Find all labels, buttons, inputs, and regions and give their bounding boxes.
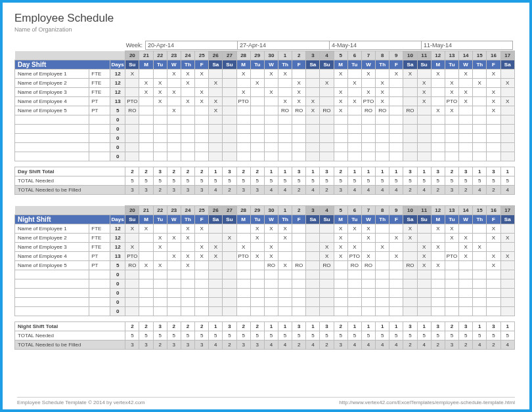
- schedule-cell: [361, 243, 375, 252]
- employee-days: 0: [110, 152, 125, 161]
- schedule-cell: X: [487, 234, 500, 243]
- schedule-cell: [278, 243, 292, 252]
- schedule-cell: X: [167, 252, 181, 261]
- summary-cell: 1: [500, 167, 515, 176]
- empty-row: 0: [15, 289, 515, 298]
- schedule-cell: RO: [403, 261, 417, 270]
- employee-name: Name of Employee 5: [15, 261, 89, 270]
- employee-row: Name of Employee 3FTE12XXXXXXXXXXXXXX: [15, 243, 515, 252]
- schedule-cell: [459, 106, 473, 115]
- employee-type: FTE: [89, 224, 110, 234]
- day-number-cell: 30: [264, 51, 278, 60]
- empty-row: 0: [15, 298, 515, 307]
- dow-cell: M: [236, 60, 250, 70]
- dow-cell: Tu: [347, 60, 361, 70]
- day-number-cell: 11: [417, 206, 431, 215]
- schedule-cell: X: [250, 234, 264, 243]
- summary-cell: 3: [320, 167, 334, 176]
- schedule-cell: X: [431, 106, 445, 115]
- summary-cell: 2: [431, 340, 445, 350]
- schedule-cell: X: [209, 79, 223, 88]
- schedule-cell: X: [459, 88, 473, 97]
- summary-cell: 5: [431, 176, 445, 186]
- schedule-cell: X: [292, 88, 306, 97]
- day-number-cell: 24: [181, 206, 194, 215]
- employee-days: 12: [110, 243, 125, 252]
- summary-label: TOTAL Needed to be Filled: [15, 340, 125, 350]
- summary-cell: 3: [403, 167, 417, 176]
- summary-cell: 4: [389, 186, 403, 195]
- employee-days: 0: [110, 279, 125, 289]
- schedule-cell: [417, 224, 431, 234]
- schedule-cell: X: [181, 97, 194, 106]
- schedule-cell: [264, 97, 278, 106]
- dow-cell: Sa: [500, 215, 515, 224]
- schedule-cell: X: [389, 234, 403, 243]
- summary-label: TOTAL Needed: [15, 176, 125, 186]
- schedule-cell: X: [417, 243, 431, 252]
- schedule-cell: [473, 261, 487, 270]
- employee-days: 0: [110, 143, 125, 152]
- employee-row: Name of Employee 3FTE12XXXXXXXXXXXXXX: [15, 88, 515, 97]
- schedule-cell: [389, 97, 403, 106]
- summary-cell: 5: [209, 331, 223, 340]
- summary-cell: 1: [347, 167, 361, 176]
- schedule-cell: X: [347, 224, 361, 234]
- summary-cell: 1: [347, 322, 361, 331]
- employee-row: Name of Employee 4PT13PTOXXXXPTOXXXXXPTO…: [15, 97, 515, 106]
- employee-type: FTE: [89, 79, 110, 88]
- schedule-cell: X: [334, 224, 347, 234]
- summary-cell: 5: [320, 176, 334, 186]
- employee-days: 5: [110, 261, 125, 270]
- day-number-cell: 17: [500, 51, 515, 60]
- schedule-cell: [125, 234, 139, 243]
- summary-cell: 2: [320, 340, 334, 350]
- schedule-cell: [417, 106, 431, 115]
- day-number-cell: 9: [389, 51, 403, 60]
- schedule-cell: [139, 234, 153, 243]
- shift-table: 2021222324252627282930123456789101112131…: [14, 51, 515, 161]
- schedule-cell: RO: [361, 261, 375, 270]
- summary-cell: 3: [431, 322, 445, 331]
- employee-name: Name of Employee 1: [15, 224, 89, 234]
- schedule-cell: X: [278, 97, 292, 106]
- schedule-cell: X: [181, 261, 194, 270]
- schedule-cell: [431, 79, 445, 88]
- week-date-4: 11-May-14: [421, 41, 513, 50]
- org-name: Name of Organization: [14, 26, 518, 33]
- day-number-cell: 23: [167, 206, 181, 215]
- schedule-cell: [473, 234, 487, 243]
- summary-cell: 3: [334, 186, 347, 195]
- day-number-cell: 5: [334, 51, 347, 60]
- schedule-cell: [376, 234, 389, 243]
- dow-cell: M: [334, 60, 347, 70]
- summary-cell: 5: [292, 176, 306, 186]
- schedule-cell: [376, 224, 389, 234]
- dow-cell: F: [292, 215, 306, 224]
- day-number-cell: 13: [445, 206, 458, 215]
- schedule-cell: [278, 79, 292, 88]
- day-number-cell: 6: [347, 51, 361, 60]
- empty-row: 0: [15, 270, 515, 279]
- schedule-cell: [431, 252, 445, 261]
- schedule-cell: [320, 88, 334, 97]
- dow-cell: Tu: [250, 60, 264, 70]
- schedule-cell: [417, 234, 431, 243]
- employee-row: Name of Employee 5PT5ROXXROROXROXROROROX…: [15, 106, 515, 115]
- schedule-cell: [487, 79, 500, 88]
- schedule-cell: X: [459, 234, 473, 243]
- summary-cell: 5: [125, 331, 139, 340]
- summary-table: Day Shift Total2232221322113132111131323…: [14, 167, 515, 195]
- dow-cell: Sa: [306, 215, 320, 224]
- employee-days: 12: [110, 224, 125, 234]
- employee-name: Name of Employee 5: [15, 106, 89, 115]
- schedule-cell: [500, 243, 515, 252]
- schedule-cell: [473, 106, 487, 115]
- summary-cell: 5: [431, 331, 445, 340]
- summary-cell: 2: [292, 186, 306, 195]
- schedule-cell: X: [195, 88, 209, 97]
- summary-cell: 2: [292, 340, 306, 350]
- summary-cell: 5: [459, 331, 473, 340]
- summary-cell: 2: [431, 186, 445, 195]
- dow-cell: Sa: [209, 60, 223, 70]
